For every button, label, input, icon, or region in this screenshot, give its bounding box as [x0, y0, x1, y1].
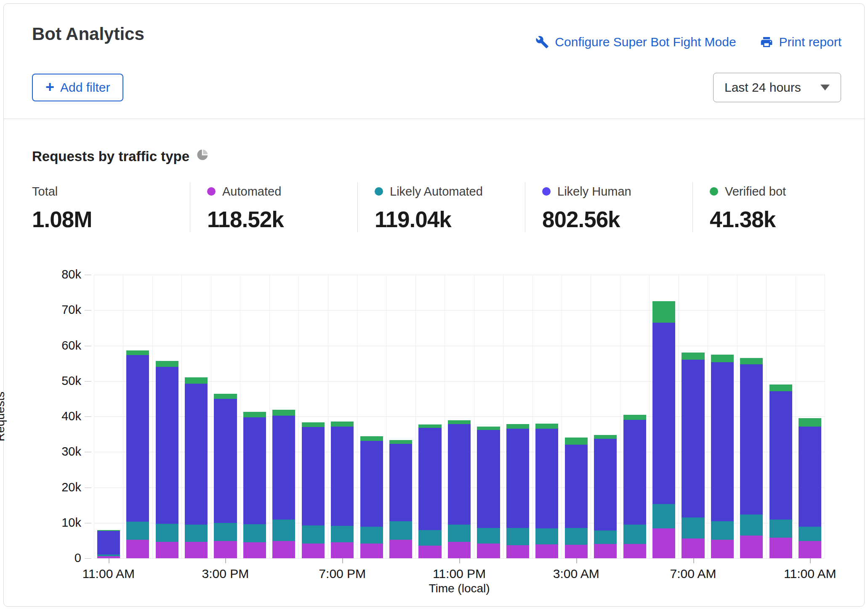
- stat-label: Likely Automated: [390, 185, 483, 199]
- gridline-y-60k: [94, 346, 825, 346]
- bar-2[interactable]: [126, 350, 149, 558]
- chevron-down-icon: [820, 85, 830, 90]
- x-axis-title: Time (local): [94, 582, 825, 595]
- bar-6-segment-likely-automated: [243, 524, 266, 542]
- bar-18[interactable]: [594, 435, 617, 558]
- bar-11-segment-automated: [389, 540, 412, 558]
- gridline-x: [152, 275, 153, 558]
- y-tick-label: 10k: [37, 516, 81, 530]
- bar-4-segment-verified-bot: [185, 377, 208, 383]
- bar-9[interactable]: [331, 422, 354, 558]
- x-tick-6: [810, 558, 811, 563]
- bar-5[interactable]: [214, 394, 237, 558]
- bar-5-segment-automated: [214, 541, 237, 558]
- time-range-select[interactable]: Last 24 hours: [713, 73, 841, 102]
- bar-21[interactable]: [682, 353, 704, 558]
- bar-19[interactable]: [623, 415, 646, 558]
- gridline-x: [708, 275, 708, 558]
- bar-4[interactable]: [185, 377, 208, 558]
- stat-total[interactable]: Total1.08M: [32, 182, 190, 232]
- bar-15-segment-verified-bot: [506, 424, 529, 429]
- bar-3-segment-automated: [156, 542, 178, 558]
- bar-11-segment-likely-automated: [389, 521, 412, 540]
- bar-24[interactable]: [769, 385, 792, 558]
- stat-likely-automated[interactable]: Likely Automated119.04k: [357, 182, 525, 232]
- bar-12[interactable]: [418, 424, 441, 558]
- bar-20[interactable]: [652, 301, 675, 558]
- bar-12-segment-verified-bot: [418, 424, 441, 428]
- bar-10-segment-likely-human: [360, 441, 383, 527]
- gridline-x: [357, 275, 357, 558]
- bar-20-segment-automated: [652, 528, 675, 558]
- gridline-x: [591, 275, 591, 558]
- bar-16[interactable]: [535, 424, 558, 558]
- bar-7[interactable]: [272, 410, 295, 558]
- bar-1-segment-likely-human: [97, 531, 120, 554]
- x-tick-1: [225, 558, 226, 563]
- bar-15-segment-likely-automated: [506, 528, 529, 545]
- gridline-x: [474, 275, 474, 558]
- stat-likely-human[interactable]: Likely Human802.56k: [525, 182, 692, 232]
- bar-22-segment-automated: [711, 540, 734, 558]
- x-tick-label: 11:00 PM: [417, 567, 501, 581]
- gridline-x: [679, 275, 679, 558]
- x-tick-label: 11:00 AM: [768, 567, 852, 581]
- bar-22[interactable]: [711, 355, 734, 558]
- gridline-x: [445, 275, 445, 558]
- y-tick-20k: [85, 488, 91, 488]
- stat-label-row: Likely Human: [542, 182, 692, 201]
- bar-23-segment-likely-human: [740, 364, 763, 515]
- bar-4-segment-automated: [185, 542, 208, 558]
- bot-analytics-card: Bot Analytics Configure Super Bot Fight …: [3, 3, 865, 607]
- bar-7-segment-automated: [272, 541, 295, 558]
- y-tick-label: 30k: [37, 445, 81, 459]
- bar-23[interactable]: [740, 358, 763, 558]
- stat-verified-bot[interactable]: Verified bot41.38k: [692, 182, 860, 232]
- add-filter-button[interactable]: + Add filter: [32, 74, 123, 101]
- y-tick-40k: [85, 416, 91, 417]
- y-tick-label: 40k: [37, 409, 81, 423]
- bar-25-segment-verified-bot: [799, 418, 821, 427]
- bar-1[interactable]: [97, 530, 120, 558]
- header-divider: [4, 119, 864, 119]
- print-report-link[interactable]: Print report: [760, 35, 841, 49]
- bar-25-segment-automated: [799, 541, 821, 558]
- gridline-x: [533, 275, 533, 558]
- bar-6[interactable]: [243, 412, 266, 558]
- bar-17-segment-automated: [565, 545, 588, 558]
- bar-3[interactable]: [156, 361, 178, 558]
- bar-13[interactable]: [448, 420, 471, 558]
- bar-14[interactable]: [477, 427, 500, 558]
- bar-15[interactable]: [506, 424, 529, 558]
- gridline-x: [766, 275, 767, 558]
- bar-13-segment-likely-automated: [448, 525, 471, 542]
- bar-15-segment-automated: [506, 545, 529, 558]
- bar-23-segment-likely-automated: [740, 515, 763, 536]
- bar-7-segment-likely-automated: [272, 520, 295, 541]
- bar-2-segment-verified-bot: [126, 350, 149, 355]
- bar-7-segment-likely-human: [272, 416, 295, 520]
- bar-11[interactable]: [389, 440, 412, 558]
- configure-super-bot-fight-mode-link[interactable]: Configure Super Bot Fight Mode: [535, 35, 736, 49]
- bar-25[interactable]: [799, 418, 821, 558]
- bar-9-segment-automated: [331, 542, 354, 558]
- x-tick-3: [459, 558, 460, 563]
- y-tick-label: 20k: [37, 480, 81, 494]
- bar-17-segment-likely-automated: [565, 528, 588, 545]
- bar-19-segment-automated: [623, 544, 646, 558]
- bar-6-segment-likely-human: [243, 417, 266, 524]
- y-tick-30k: [85, 452, 91, 452]
- bar-4-segment-likely-human: [185, 384, 208, 525]
- bar-7-segment-verified-bot: [272, 410, 295, 416]
- bar-23-segment-automated: [740, 536, 763, 558]
- bar-14-segment-verified-bot: [477, 427, 500, 430]
- x-tick-0: [109, 558, 109, 563]
- bar-17[interactable]: [565, 438, 588, 558]
- stat-automated[interactable]: Automated118.52k: [190, 182, 357, 232]
- bar-10[interactable]: [360, 436, 383, 558]
- bar-3-segment-likely-human: [156, 367, 178, 524]
- bar-5-segment-verified-bot: [214, 394, 237, 399]
- bar-18-segment-likely-human: [594, 439, 617, 530]
- bar-8[interactable]: [302, 422, 325, 558]
- stat-label: Total: [32, 185, 58, 199]
